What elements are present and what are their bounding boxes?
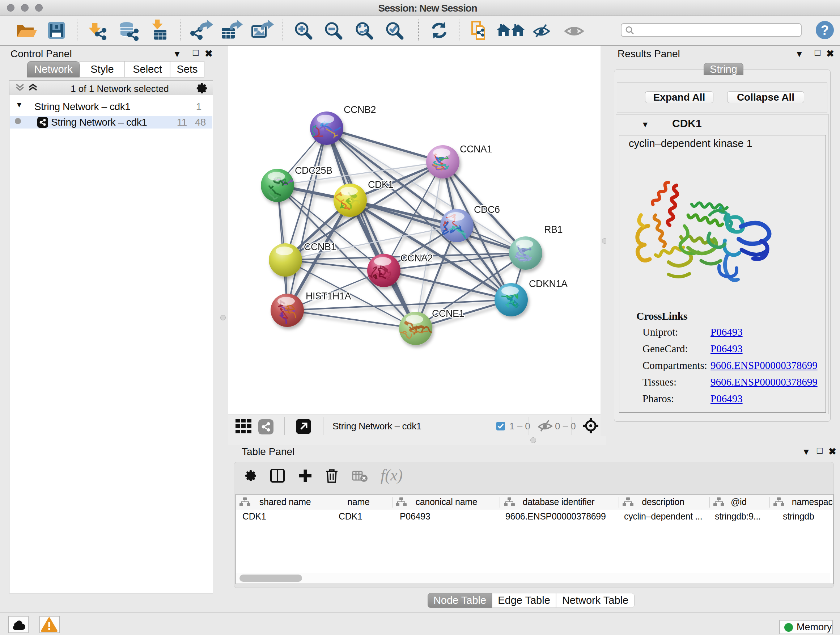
svg-text:CDKN1A: CDKN1A	[529, 279, 568, 289]
svg-text:CCNA1: CCNA1	[460, 144, 492, 155]
svg-text:CCNE1: CCNE1	[432, 308, 464, 319]
svg-text:CCNB1: CCNB1	[304, 241, 336, 252]
svg-text:CDC6: CDC6	[474, 204, 500, 215]
svg-text:HIST1H1A: HIST1H1A	[306, 291, 351, 302]
svg-text:RB1: RB1	[544, 224, 562, 235]
svg-text:CCNA2: CCNA2	[401, 253, 433, 264]
svg-text:CDC25B: CDC25B	[295, 165, 332, 176]
svg-text:CDK1: CDK1	[368, 179, 393, 190]
svg-text:CCNB2: CCNB2	[344, 104, 376, 115]
